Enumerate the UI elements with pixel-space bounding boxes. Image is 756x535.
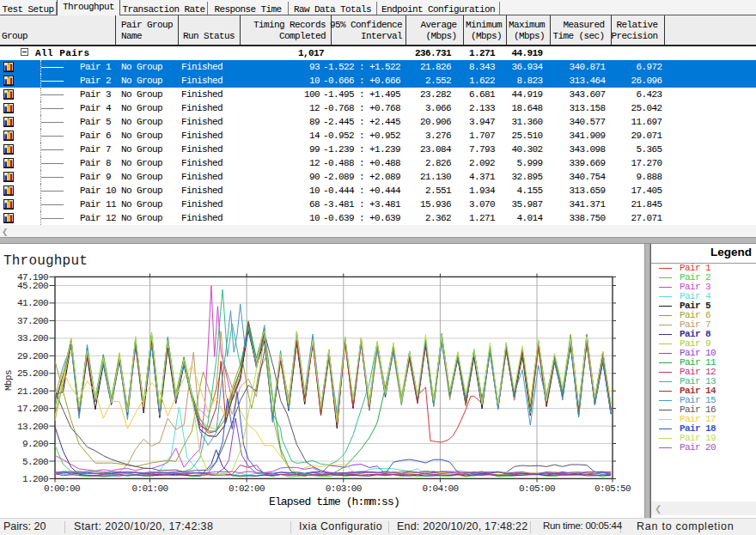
svg-text:9.200: 9.200 — [22, 439, 48, 449]
svg-text:0:01:00: 0:01:00 — [131, 483, 168, 494]
svg-text:0:03:00: 0:03:00 — [326, 483, 362, 494]
svg-text:Mbps: Mbps — [3, 370, 13, 391]
svg-text:0:04:00: 0:04:00 — [422, 483, 458, 494]
svg-text:45.200: 45.200 — [17, 281, 48, 291]
svg-text:5.200: 5.200 — [22, 457, 48, 467]
svg-text:0:02:00: 0:02:00 — [229, 483, 265, 494]
svg-text:17.200: 17.200 — [17, 404, 48, 414]
svg-text:0:05:00: 0:05:00 — [519, 483, 555, 494]
svg-text:0:00:00: 0:00:00 — [44, 483, 80, 494]
svg-text:25.200: 25.200 — [17, 368, 48, 379]
svg-text:37.200: 37.200 — [17, 316, 48, 326]
svg-text:13.200: 13.200 — [17, 422, 48, 432]
svg-text:33.200: 33.200 — [17, 333, 48, 343]
svg-text:21.200: 21.200 — [17, 386, 48, 397]
svg-text:41.200: 41.200 — [17, 298, 48, 308]
svg-text:0:05:50: 0:05:50 — [594, 483, 631, 494]
svg-text:29.200: 29.200 — [17, 351, 48, 362]
